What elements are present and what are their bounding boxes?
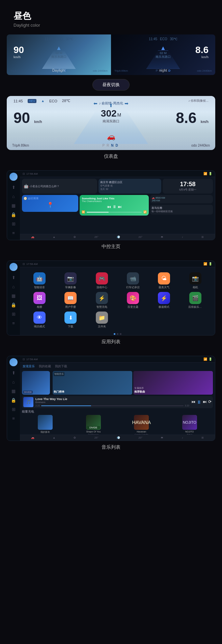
apps-avatar (9, 263, 18, 271)
app-item-weather[interactable]: 🌤 最美天气 (150, 272, 178, 289)
app-item-charge[interactable]: ⚡ 智慧充电 (88, 292, 116, 309)
home-screen-section: ⬆ ⌂ ▦ 🔒 ⊞ ≡ ⊡ 17:58 AM 📶🔋 (7, 170, 215, 240)
temp-right[interactable]: 20° (138, 236, 142, 239)
app-item-manual[interactable]: 📖 用户手册 (56, 292, 85, 309)
day-label: Daylight (52, 68, 66, 72)
time-widget: 17:58 5月9号 星期一 (163, 179, 213, 194)
settings-icon[interactable]: ⊞ (201, 236, 204, 239)
dash-bottombar: TripA 89km P R N D odo 2440km (7, 144, 215, 147)
tab-discover[interactable]: 发现音乐 (23, 364, 35, 369)
home-avatar (9, 173, 18, 181)
night-label: night (159, 68, 167, 72)
dash-speed-right: 8.6 km/h (176, 109, 209, 126)
song-item-1[interactable]: 我的新衣 VaVa (22, 415, 69, 435)
app-item-rear[interactable]: 🎬 后排娱乐中心 (181, 292, 210, 309)
day-screen: 11:45 ECO 30℃ 90 km/h ▲ 02 M 南乐东路口 TripA… (7, 34, 111, 75)
music-prev[interactable]: ⏮ (107, 204, 111, 209)
sidebar-icon-home[interactable]: ⌂ (12, 194, 15, 199)
sidebar-icon-menu[interactable]: ≡ (12, 230, 15, 236)
apps-topbar: ⊡17:58 AM 📶🔋 (20, 261, 215, 267)
dashboard-card: 11:45 HEV ▲ ECO 28℃ ♪ 你和我像候... ⬅ ♪ 俞前情-周… (7, 96, 215, 150)
home-topbar: ⊡ 17:58 AM 📶🔋 (20, 171, 215, 177)
sidebar-icon-grid[interactable]: ⊞ (12, 221, 16, 226)
song-item-3[interactable]: HAVANA Havanan Camila Cabello (118, 415, 165, 435)
dash-speed-left: 90 km/h (13, 109, 42, 126)
home-label: 中控主页 (0, 240, 222, 255)
day-speed: 90 km/h (13, 45, 24, 59)
energy-label: 能量充电 (22, 410, 213, 414)
music-play[interactable]: ⏸ (112, 204, 116, 209)
music-ctrl-next[interactable]: ⏭ (203, 399, 207, 405)
daynight-screens: 11:45 ECO 30℃ 90 km/h ▲ 02 M 南乐东路口 TripA… (7, 34, 215, 75)
music-sidebar: ⬆ ⌂ ▦ 🔒 ⊞ ≡ (7, 356, 20, 441)
dash-hev: HEV (28, 99, 37, 103)
car-icon[interactable]: 🚗 (31, 236, 34, 239)
sidebar-icon-back[interactable]: ⬆ (12, 185, 16, 190)
music-topbar: ⊡17:58 AM 📶🔋 (20, 356, 215, 363)
music-widget[interactable]: Something Just Like This The Chainsmoker… (80, 195, 149, 216)
app-item-folder[interactable]: 📁 文件夹 (88, 312, 116, 328)
dash-eco: ECO (49, 99, 57, 103)
dash-time: 11:45 (13, 99, 23, 103)
dashboard-label: 仪表盘 (0, 150, 222, 165)
app-item-theme[interactable]: 🎨 百变主题 (119, 292, 147, 309)
music-ctrl-prev[interactable]: ⏮ (191, 399, 195, 405)
tab-download[interactable]: 我的下载 (55, 364, 67, 369)
wind-icon[interactable]: 💨 (117, 236, 120, 239)
car-widget: 🚗 8500 KM 245 KM (150, 195, 213, 203)
music-ctrl-play[interactable]: ⏸ (197, 399, 201, 405)
apps-label: 应用列表 (0, 336, 222, 350)
nav-icon[interactable]: ▲ (53, 236, 55, 239)
dash-nav: ⬆ 302 M 南湖东路口 (101, 103, 121, 124)
song-item-2[interactable]: DIVIDE Shape Of You Ed Sheeran (70, 415, 117, 435)
app-item-camera360[interactable]: 📷 车辆影像 (56, 272, 85, 289)
flower-icon[interactable]: ✿ (74, 236, 76, 239)
day-eco: ECO (56, 37, 63, 41)
music-tabs: 发现音乐 我的收藏 我的下载 (20, 363, 215, 370)
song-item-4[interactable]: NOJITO NOJITO 周杰伦 (166, 415, 213, 435)
tab-favorite[interactable]: 我的收藏 (39, 364, 51, 369)
app-item-sentinel[interactable]: 👁 哨兵模式 (25, 312, 54, 328)
app-item-sport[interactable]: ⚡ 极速模式 (150, 292, 178, 309)
app-item-photo[interactable]: 📸 相机 (181, 272, 210, 289)
music-bottom-controls: 🚗 ▲ ✿ 25° 💨 20° 🌧 ♪ ⊞ (20, 435, 215, 441)
day-time: 11:45 (45, 37, 53, 41)
apps-sidebar: ⬆ ⌂ ▦ 🔒 ⊞ ≡ (7, 261, 20, 335)
app-item-games[interactable]: 🎮 游戏中心 (88, 272, 116, 289)
weather-widget: 南京市 栖霞区台区 空气质量 优 当天 32 (99, 179, 161, 194)
app-item-gallery[interactable]: 🖼 相册 (25, 292, 54, 309)
page-title-cn: 昼色 (13, 10, 209, 22)
music-avatar (9, 358, 18, 366)
dash-temp: 28℃ (62, 99, 70, 103)
night-speed: 8.6 km/h (195, 45, 209, 59)
nav-widget[interactable]: 🧭 途经博博 📍 (22, 195, 78, 212)
horse-widget[interactable]: 喜马拉雅 每一秒钟都精彩音频 (150, 205, 213, 215)
music-icon[interactable]: ♪ (182, 236, 183, 239)
temp-left[interactable]: 25° (94, 236, 99, 239)
music-next[interactable]: ⏭ (118, 204, 122, 209)
home-topbar-time: 17:58 AM (26, 172, 38, 175)
home-bottom-controls: 🚗 ▲ ✿ 25° 💨 20° 🌧 ♪ ⊞ (20, 234, 215, 240)
night-screen: 11:45ECO30℃ 8.6 km/h ▲ 02 M 南乐东路口 TripA … (111, 34, 215, 75)
page-title-en: Daylight color (13, 23, 209, 28)
app-grid: 🤖 智能语音 📷 车辆影像 🎮 游戏中心 📹 (22, 269, 213, 332)
app-item-recorder[interactable]: 📹 行车记录仪 (119, 272, 147, 289)
rain-icon[interactable]: 🌧 (161, 236, 163, 239)
day-temp: 30℃ (66, 37, 73, 41)
ai-widget[interactable]: 🤖 小老去公司的路怎么样？ (22, 179, 97, 194)
app-item-download[interactable]: ⬇ 下载 (56, 312, 85, 328)
music-screen-section: ⬆ ⌂ ▦ 🔒 ⊞ ≡ ⊡17:58 AM 📶🔋 发现音乐 (7, 356, 215, 441)
sidebar-icon-apps[interactable]: ▦ (11, 203, 16, 208)
app-item-voice[interactable]: 🤖 智能语音 (25, 272, 54, 289)
daynight-toggle-button[interactable]: 昼夜切换 (92, 79, 130, 91)
sidebar-icon-lock[interactable]: 🔒 (11, 212, 16, 217)
music-label: 音乐列表 (0, 441, 222, 456)
apps-screen-section: ⬆ ⌂ ▦ 🔒 ⊞ ≡ ⊡17:58 AM 📶🔋 (7, 261, 215, 336)
home-sidebar: ⬆ ⌂ ▦ 🔒 ⊞ ≡ (7, 171, 20, 240)
